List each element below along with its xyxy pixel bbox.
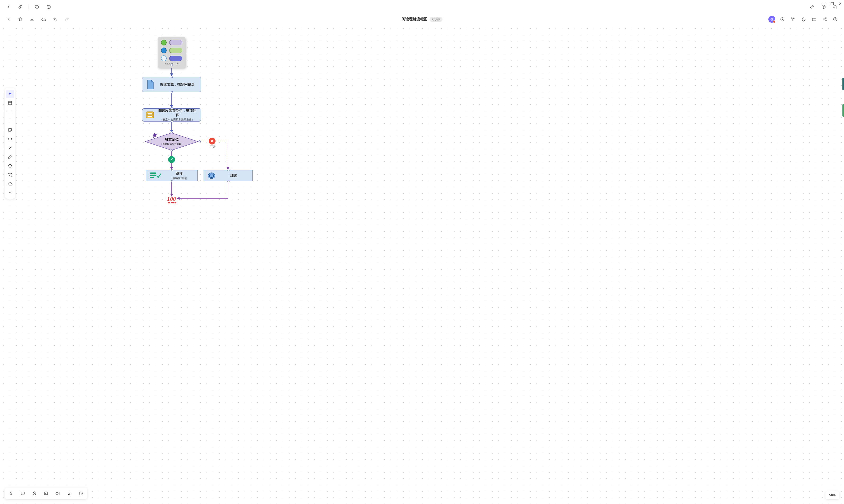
comment-icon[interactable] — [800, 16, 807, 23]
cube-icon[interactable] — [820, 3, 827, 10]
back-icon[interactable] — [5, 16, 12, 23]
document-icon — [146, 79, 154, 90]
svg-rect-18 — [147, 116, 153, 117]
refresh-icon[interactable] — [34, 3, 40, 10]
checklist-icon — [150, 172, 161, 179]
check-icon: ✓ — [168, 156, 175, 163]
editable-badge: 可编辑 — [430, 17, 443, 22]
svg-rect-17 — [147, 114, 153, 115]
svg-rect-22 — [150, 177, 154, 178]
node-read-first-sentences[interactable]: 阅读段落首位句，增加注释（确定中心思想和篇章主体） — [142, 108, 201, 122]
svg-rect-20 — [150, 173, 156, 174]
node-label: 阅读段落首位句，增加注释（确定中心思想和篇章主体） — [157, 109, 197, 122]
star-icon[interactable] — [17, 16, 24, 23]
headset-icon[interactable] — [832, 3, 839, 10]
lens-icon — [208, 172, 216, 179]
share-arrow-icon[interactable] — [809, 3, 815, 10]
node-skim[interactable]: 跳读（省略性试题） — [146, 170, 198, 181]
node-label: 阅读文章，找到问题点 — [158, 83, 197, 87]
node-label: 细读 — [219, 174, 249, 178]
share-icon[interactable] — [821, 16, 828, 23]
svg-rect-16 — [147, 113, 153, 114]
globe-icon[interactable] — [45, 3, 52, 10]
svg-rect-2 — [812, 18, 816, 21]
doc-title[interactable]: 阅读理解流程图 — [402, 17, 428, 22]
avatar[interactable]: 微 — [769, 16, 775, 23]
nav-back-icon[interactable] — [5, 3, 12, 10]
redo-icon[interactable] — [64, 16, 70, 23]
list-icon — [146, 111, 154, 118]
app-toolbar: 阅读理解流程图 可编辑 微 — [0, 14, 844, 25]
diagram: 微信用户922126 阅读文章，找到问题点 阅读段落首位句，增加注释（确定中心思… — [0, 25, 844, 504]
node-closeread[interactable]: 细读 — [204, 170, 253, 181]
node-label: 跳读（省略性试题） — [165, 172, 194, 180]
cursor-sparkle-icon[interactable] — [790, 16, 796, 23]
cross-icon: ✕ — [209, 138, 216, 144]
browser-bar — [0, 0, 844, 14]
undo-icon[interactable] — [52, 16, 59, 23]
node-locate-answer[interactable]: 答案定位（省略段落细节的题） ★ — [151, 132, 192, 150]
download-icon[interactable] — [29, 16, 35, 23]
score-hundred-icon: 100 — [167, 196, 176, 202]
edge-label-no: 开始 — [210, 145, 216, 149]
help-icon[interactable] — [832, 16, 839, 23]
canvas[interactable]: 58% 微信用户922126 — [0, 25, 844, 504]
star-icon: ★ — [151, 130, 158, 140]
cloud-icon[interactable] — [40, 16, 47, 23]
play-icon[interactable] — [779, 16, 786, 23]
node-read-article[interactable]: 阅读文章，找到问题点 — [142, 77, 201, 92]
link-icon[interactable] — [17, 3, 24, 10]
svg-rect-21 — [150, 175, 156, 176]
legend-box[interactable]: 微信用户922126 — [158, 37, 185, 68]
edges — [0, 25, 844, 504]
panel-icon[interactable] — [811, 16, 817, 23]
